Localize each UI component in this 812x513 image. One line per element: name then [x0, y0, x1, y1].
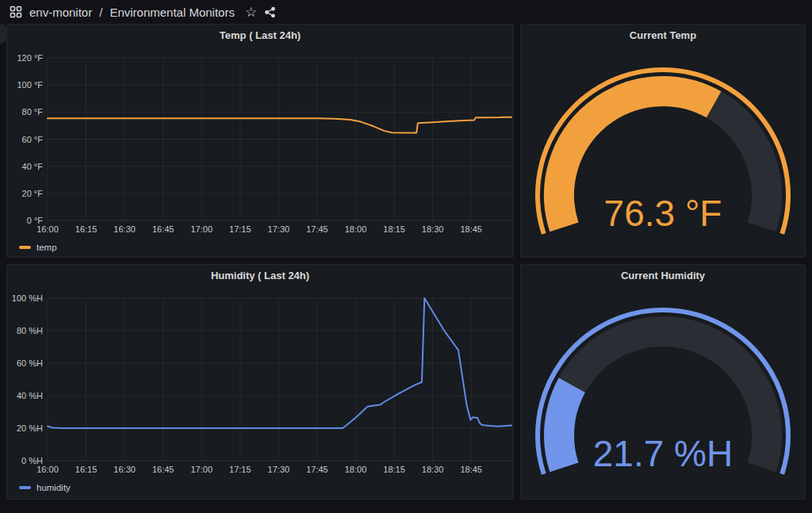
- legend-swatch-temp: [19, 246, 31, 249]
- temp-chart-canvas[interactable]: 16:0016:1516:3016:4517:0017:1517:3017:45…: [8, 45, 512, 240]
- svg-text:16:30: 16:30: [113, 465, 136, 474]
- svg-text:40 °F: 40 °F: [22, 162, 44, 171]
- legend-label-temp[interactable]: temp: [36, 243, 57, 252]
- svg-text:120 °F: 120 °F: [17, 53, 43, 63]
- svg-text:17:15: 17:15: [229, 224, 251, 234]
- svg-text:16:45: 16:45: [152, 224, 174, 234]
- star-icon[interactable]: ☆: [245, 6, 257, 19]
- svg-text:18:30: 18:30: [422, 224, 444, 234]
- svg-text:17:30: 17:30: [268, 224, 290, 234]
- panel-humidity-chart: Humidity ( Last 24h) 16:0016:1516:3016:4…: [6, 264, 514, 500]
- svg-text:17:45: 17:45: [306, 465, 328, 474]
- dashboard-title: Environmental Monitors: [109, 6, 235, 19]
- share-icon[interactable]: [264, 6, 276, 18]
- apps-grid-icon[interactable]: [10, 6, 22, 18]
- svg-text:20 %H: 20 %H: [17, 423, 43, 433]
- svg-text:18:45: 18:45: [460, 465, 482, 474]
- panel-title-current-humidity[interactable]: Current Humidity: [521, 265, 805, 285]
- svg-text:16:30: 16:30: [113, 224, 136, 234]
- breadcrumb: env-monitor / Environmental Monitors: [29, 6, 235, 19]
- svg-text:0 %H: 0 %H: [21, 456, 43, 465]
- svg-text:40 %H: 40 %H: [17, 391, 43, 400]
- panel-title-humidity[interactable]: Humidity ( Last 24h): [7, 265, 513, 285]
- svg-text:21.7 %H: 21.7 %H: [593, 433, 733, 474]
- humidity-gauge: 21.7 %H: [521, 285, 805, 497]
- breadcrumb-separator: /: [99, 6, 102, 19]
- svg-text:17:00: 17:00: [190, 224, 213, 234]
- legend-label-humidity[interactable]: humidity: [36, 483, 71, 492]
- svg-text:18:15: 18:15: [383, 465, 405, 474]
- svg-text:16:00: 16:00: [36, 465, 59, 474]
- svg-text:16:15: 16:15: [75, 465, 98, 474]
- svg-text:100 %H: 100 %H: [12, 293, 43, 303]
- svg-text:80 %H: 80 %H: [17, 326, 43, 335]
- humidity-chart-canvas[interactable]: 16:0016:1516:3016:4517:0017:1517:3017:45…: [8, 285, 512, 480]
- svg-text:16:45: 16:45: [152, 465, 174, 474]
- svg-text:17:45: 17:45: [306, 224, 328, 234]
- svg-text:0 °F: 0 °F: [27, 216, 44, 225]
- svg-text:18:30: 18:30: [422, 465, 444, 474]
- panel-title-current-temp[interactable]: Current Temp: [521, 25, 805, 45]
- svg-text:60 °F: 60 °F: [22, 135, 44, 144]
- svg-text:16:00: 16:00: [36, 224, 59, 234]
- svg-text:17:15: 17:15: [229, 465, 251, 474]
- temp-gauge: 76.3 °F: [521, 45, 805, 257]
- svg-text:18:00: 18:00: [345, 224, 367, 234]
- svg-text:18:45: 18:45: [460, 224, 482, 234]
- dashboard-grid: Temp ( Last 24h) 16:0016:1516:3016:4517:…: [0, 24, 812, 500]
- humidity-legend: humidity: [7, 480, 513, 495]
- nav-bar: env-monitor / Environmental Monitors ☆: [0, 0, 812, 24]
- legend-swatch-humidity: [19, 486, 31, 489]
- svg-text:17:00: 17:00: [190, 465, 213, 474]
- panel-current-humidity: Current Humidity 21.7 %H: [520, 264, 806, 500]
- svg-text:76.3 °F: 76.3 °F: [604, 193, 722, 234]
- panel-title-temp[interactable]: Temp ( Last 24h): [7, 25, 513, 45]
- svg-text:18:15: 18:15: [383, 224, 405, 234]
- temp-legend: temp: [7, 240, 513, 255]
- svg-text:60 %H: 60 %H: [17, 358, 43, 368]
- panel-temp-chart: Temp ( Last 24h) 16:0016:1516:3016:4517:…: [6, 24, 514, 258]
- panel-current-temp: Current Temp 76.3 °F: [520, 24, 806, 258]
- svg-text:17:30: 17:30: [268, 465, 290, 474]
- svg-text:18:00: 18:00: [345, 465, 367, 474]
- svg-text:80 °F: 80 °F: [22, 107, 44, 117]
- breadcrumb-parent[interactable]: env-monitor: [29, 6, 92, 19]
- svg-text:100 °F: 100 °F: [17, 80, 43, 90]
- svg-text:20 °F: 20 °F: [22, 189, 44, 198]
- svg-text:16:15: 16:15: [75, 224, 98, 234]
